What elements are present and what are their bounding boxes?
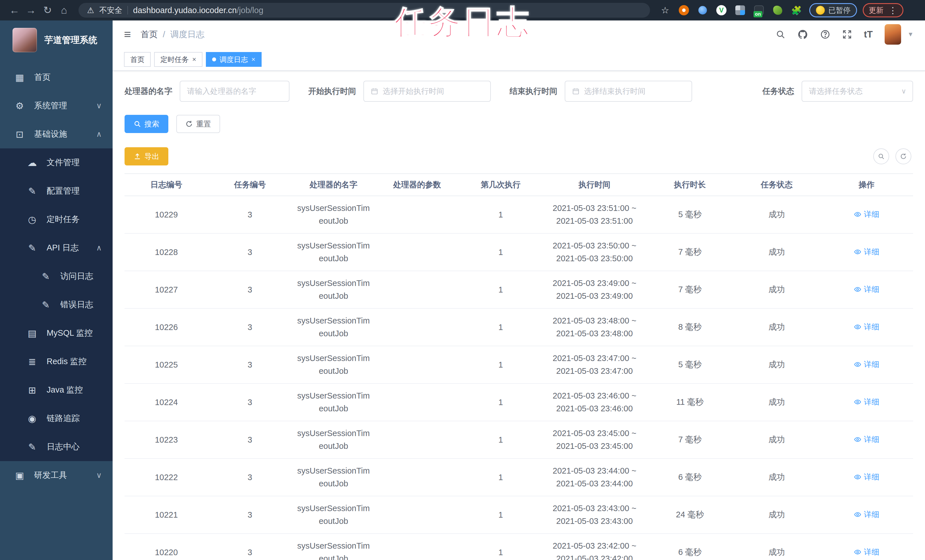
sidebar-item-3[interactable]: ⊡基础设施∧	[0, 120, 113, 148]
detail-link[interactable]: 详细	[854, 472, 879, 482]
cell-execute-index: 1	[459, 309, 542, 346]
avatar[interactable]	[884, 24, 901, 45]
browser-menu-icon[interactable]: ⋮	[889, 5, 898, 15]
detail-link[interactable]: 详细	[854, 547, 879, 557]
cell-duration: 24 毫秒	[646, 496, 733, 534]
log-edit-icon: ✎	[26, 441, 38, 453]
column-header: 操作	[820, 174, 913, 196]
chevron-down-icon[interactable]: ▼	[907, 31, 914, 38]
browser-update-button[interactable]: 更新 ⋮	[863, 3, 903, 17]
sidebar-item-15[interactable]: ▣研发工具∨	[0, 461, 113, 489]
sidebar-item-13[interactable]: ◉链路追踪	[0, 404, 113, 433]
help-icon[interactable]	[820, 29, 830, 39]
puzzle-extension[interactable]: 🧩	[791, 4, 803, 16]
search-button[interactable]: 搜索	[125, 115, 168, 133]
date-input[interactable]: 选择开始执行时间	[363, 81, 491, 102]
cell-status: 成功	[733, 384, 820, 421]
sidebar-item-5[interactable]: ✎配置管理	[0, 177, 113, 205]
detail-link[interactable]: 详细	[854, 247, 879, 257]
sidebar-item-6[interactable]: ◷定时任务	[0, 205, 113, 234]
sidebar-item-2[interactable]: ⚙系统管理∨	[0, 92, 113, 120]
breadcrumb: 首页 / 调度日志	[141, 29, 205, 41]
collapse-sidebar-icon[interactable]: ≡	[124, 27, 131, 41]
sidebar-item-8[interactable]: ✎访问日志	[0, 262, 113, 291]
close-tab-icon[interactable]: ×	[192, 56, 196, 63]
cell-execute-index: 1	[459, 534, 542, 560]
cell-action: 详细	[820, 496, 913, 534]
reset-button[interactable]: 重置	[176, 115, 220, 133]
adblock-orange[interactable]	[678, 4, 690, 16]
cell-status: 成功	[733, 496, 820, 534]
show-search-icon[interactable]	[873, 148, 889, 164]
sidebar-item-12[interactable]: ⊞Java 监控	[0, 376, 113, 404]
cell-handler-param	[375, 421, 459, 459]
export-button[interactable]: 导出	[125, 147, 168, 166]
tab-2[interactable]: 定时任务×	[154, 52, 202, 67]
date-input[interactable]: 选择结束执行时间	[565, 81, 692, 102]
detail-link[interactable]: 详细	[854, 509, 879, 519]
cell-job-id: 3	[208, 196, 292, 233]
close-tab-icon[interactable]: ×	[252, 56, 255, 63]
cell-execute-index: 1	[459, 233, 542, 271]
detail-link[interactable]: 详细	[854, 209, 879, 220]
app-logo-row[interactable]: 芋道管理系统	[0, 21, 113, 59]
filter-label: 开始执行时间	[308, 86, 356, 97]
sidebar-item-10[interactable]: ▤MySQL 监控	[0, 319, 113, 347]
detail-link[interactable]: 详细	[854, 322, 879, 332]
security-label: 不安全	[99, 5, 122, 15]
green-v-extension[interactable]: V	[716, 4, 728, 16]
sidebar-item-9[interactable]: ✎错误日志	[0, 291, 113, 319]
fullscreen-icon[interactable]	[842, 30, 852, 39]
font-size-icon[interactable]: tT	[864, 29, 873, 40]
green-leaf-extension[interactable]	[772, 4, 784, 16]
chevron-down-icon: ∨	[96, 101, 102, 110]
browser-home-icon[interactable]: ⌂	[56, 4, 72, 16]
github-icon[interactable]	[797, 29, 808, 40]
browser-forward-icon[interactable]: →	[23, 4, 39, 16]
security-warning-icon[interactable]: ⚠	[87, 6, 94, 15]
address-bar[interactable]: ⚠ 不安全 dashboard.yudao.iocoder.cn/job/log	[78, 3, 650, 18]
eye-icon	[854, 286, 861, 293]
status-select[interactable]: 请选择任务状态∨	[801, 81, 913, 102]
on-badge-extension[interactable]: on	[753, 4, 765, 16]
detail-link[interactable]: 详细	[854, 397, 879, 407]
gear-icon: ⚙	[14, 100, 26, 111]
browser-extensions: ☆Von🧩	[659, 4, 803, 16]
edit-icon: ✎	[26, 186, 38, 197]
cell-job-id: 3	[208, 496, 292, 534]
cell-job-id: 3	[208, 346, 292, 384]
cell-execute-index: 1	[459, 421, 542, 459]
tab-1[interactable]: 首页	[124, 52, 151, 67]
cell-log-id: 10226	[125, 309, 208, 346]
cell-handler-name: sysUserSessionTimeoutJob	[292, 233, 375, 271]
cell-execute-time: 2021-05-03 23:42:00 ~2021-05-03 23:42:00	[542, 534, 646, 560]
detail-link[interactable]: 详细	[854, 284, 879, 295]
header-icons: tT ▼	[776, 24, 914, 45]
browser-reload-icon[interactable]: ↻	[39, 4, 56, 16]
cell-execute-time: 2021-05-03 23:46:00 ~2021-05-03 23:46:00	[542, 384, 646, 421]
bookmark-star[interactable]: ☆	[659, 4, 671, 16]
app-logo	[12, 28, 37, 52]
sidebar-item-1[interactable]: ▦首页	[0, 63, 113, 92]
browser-back-icon[interactable]: ←	[6, 4, 23, 16]
cell-execute-index: 1	[459, 346, 542, 384]
cell-action: 详细	[820, 459, 913, 496]
sidebar-item-4[interactable]: ☁文件管理	[0, 148, 113, 177]
search-icon[interactable]	[776, 30, 785, 39]
detail-link[interactable]: 详细	[854, 434, 879, 445]
chevron-up-icon: ∧	[96, 129, 102, 139]
grid-extension[interactable]	[734, 4, 746, 16]
breadcrumb-home[interactable]: 首页	[141, 29, 158, 41]
sidebar-item-7[interactable]: ✎API 日志∧	[0, 234, 113, 262]
handler-name-input[interactable]: 请输入处理器的名字	[180, 81, 289, 102]
cell-handler-param	[375, 346, 459, 384]
refresh-table-icon[interactable]	[895, 148, 911, 164]
paused-badge[interactable]: 已暂停	[809, 3, 857, 17]
filter-label: 结束执行时间	[509, 86, 557, 97]
tab-3[interactable]: 调度日志×	[206, 52, 262, 67]
filter-2: 开始执行时间选择开始执行时间	[308, 81, 491, 102]
detail-link[interactable]: 详细	[854, 359, 879, 370]
sidebar-item-11[interactable]: ≣Redis 监控	[0, 347, 113, 376]
sidebar-item-14[interactable]: ✎日志中心	[0, 433, 113, 461]
blue-extension[interactable]	[697, 4, 709, 16]
